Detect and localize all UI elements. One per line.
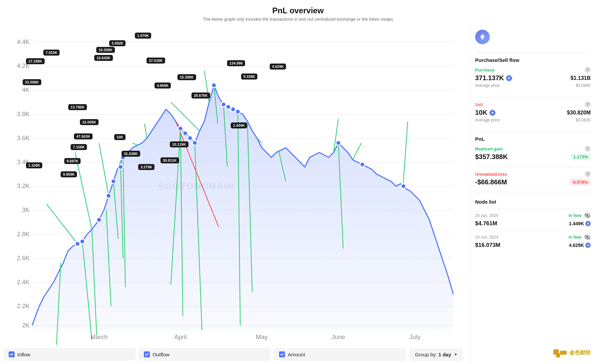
svg-point-69 [192, 140, 197, 145]
svg-line-57 [403, 121, 408, 186]
legend-inflow[interactable]: Inflow [3, 348, 136, 361]
unrealized-badge: -6.078% [569, 179, 591, 186]
node-item-1: 25 Jun, 2024 In flow $4.761M 1.449K [475, 209, 591, 230]
pnl-title: PnL [475, 136, 591, 142]
node-1-eye-icon[interactable] [584, 212, 591, 219]
realized-value: $357.388K [475, 153, 508, 161]
page-subtitle: The below graph only includes the transa… [0, 17, 596, 22]
svg-point-62 [106, 193, 111, 198]
realized-label: Realized gain [475, 146, 503, 151]
legend-bar: Inflow Outflow Amount Group by: 1 day ▾ [3, 345, 463, 361]
node-2-eth-icon [585, 243, 591, 248]
realized-section: Realized gain ? $357.388K 1.173% [475, 146, 591, 161]
divider-1 [475, 53, 591, 53]
svg-text:3.2K: 3.2K [17, 182, 30, 189]
svg-text:3.4K: 3.4K [17, 158, 30, 165]
svg-point-72 [226, 104, 230, 109]
svg-line-34 [133, 143, 137, 145]
eth-mini-icon-purchase [506, 75, 512, 81]
divider-5 [475, 192, 591, 192]
svg-text:May: May [256, 333, 268, 340]
amount-label: Amount [288, 352, 305, 357]
svg-point-70 [211, 83, 216, 88]
unrealized-info-icon[interactable]: ? [585, 171, 591, 177]
svg-line-33 [145, 124, 147, 138]
svg-point-65 [121, 155, 125, 160]
purchase-info-icon[interactable]: ? [585, 67, 591, 73]
sell-eth-amount: 10K [475, 109, 495, 116]
realized-badge: 1.173% [571, 153, 591, 160]
svg-point-64 [118, 165, 123, 169]
svg-rect-83 [560, 351, 567, 355]
main-content: SCGTONCHAIN [0, 24, 596, 364]
eth-icon [475, 30, 490, 44]
purchase-usd-amount: $1.131B [571, 75, 591, 81]
svg-point-75 [336, 140, 341, 145]
legend-outflow[interactable]: Outflow [139, 348, 271, 361]
page-header: PnL overview The below graph only includ… [0, 0, 596, 24]
svg-text:4.2K: 4.2K [17, 62, 30, 69]
unrealized-section: Unrealized loss ? -$66.866M -6.078% [475, 171, 591, 187]
svg-point-61 [97, 217, 101, 222]
outflow-checkbox[interactable] [144, 351, 150, 357]
node-1-usd: $4.761M [475, 220, 497, 227]
svg-text:June: June [332, 333, 345, 340]
purchase-avg-label: Average price [475, 83, 500, 88]
svg-point-66 [178, 126, 183, 131]
sell-avg-price: $3.082K [576, 118, 591, 122]
page-title: PnL overview [0, 6, 596, 15]
svg-point-73 [231, 107, 235, 111]
inflow-checkbox[interactable] [9, 351, 15, 357]
realized-info-icon[interactable]: ? [585, 146, 591, 152]
svg-line-36 [75, 152, 92, 229]
divider-3 [475, 132, 591, 132]
group-by-label: Group by: 1 day [415, 352, 451, 357]
group-by-value: 1 day [439, 352, 451, 357]
node-2-flow: In flow [569, 235, 581, 240]
sell-info-icon[interactable]: ? [585, 101, 591, 107]
svg-point-71 [221, 102, 226, 107]
sell-avg-label: Average price [475, 118, 500, 122]
node-1-flow: In flow [569, 213, 581, 218]
svg-text:4.4K: 4.4K [17, 38, 30, 45]
node-1-eth-icon [585, 221, 591, 226]
sell-usd-amount: $30.820M [567, 110, 591, 116]
purchase-label: Purchase [475, 68, 495, 73]
legend-amount[interactable]: Amount [274, 348, 406, 361]
sidebar: Purchase/Sell flow Purchase ? 371.137K $… [469, 24, 596, 364]
svg-line-55 [353, 143, 361, 160]
svg-rect-84 [556, 353, 560, 357]
svg-point-60 [80, 239, 85, 244]
node-2-usd: $16.073M [475, 242, 500, 249]
svg-text:April: April [174, 333, 186, 340]
purchase-avg-price: $3.046K [576, 83, 591, 88]
unrealized-value: -$66.866M [475, 178, 507, 186]
node-2-eye-icon[interactable] [584, 234, 591, 241]
unrealized-label: Unrealized loss [475, 172, 507, 177]
chart-area: SCGTONCHAIN [0, 24, 469, 364]
chart-wrapper: SCGTONCHAIN [3, 28, 463, 345]
svg-text:March: March [91, 333, 108, 340]
gold-logo-icon [553, 347, 567, 359]
sell-label: Sell [475, 102, 483, 107]
svg-point-77 [401, 184, 406, 188]
price-chart: 4.4K 4.2K 4K 3.8K 3.6K 3.4K 3.2K 3K 2.8K… [3, 28, 463, 345]
purchase-section: Purchase ? 371.137K $1.131B Average pric… [475, 67, 591, 92]
svg-line-37 [46, 204, 77, 244]
svg-point-59 [75, 242, 80, 246]
group-by-button[interactable]: Group by: 1 day ▾ [409, 348, 463, 361]
svg-text:July: July [410, 333, 421, 340]
amount-checkbox[interactable] [279, 351, 285, 357]
purchase-eth-amount: 371.137K [475, 74, 512, 82]
chevron-down-icon: ▾ [454, 352, 457, 357]
divider-4 [475, 167, 591, 167]
outflow-label: Outflow [152, 352, 169, 357]
svg-line-35 [99, 143, 109, 196]
eth-mini-icon-sell [489, 110, 495, 116]
svg-text:2K: 2K [22, 322, 30, 329]
logo-text: 金色财经 [569, 349, 591, 356]
svg-text:2.2K: 2.2K [17, 302, 30, 309]
svg-point-68 [187, 136, 192, 140]
svg-text:3.8K: 3.8K [17, 110, 30, 117]
svg-text:3.6K: 3.6K [17, 134, 30, 141]
